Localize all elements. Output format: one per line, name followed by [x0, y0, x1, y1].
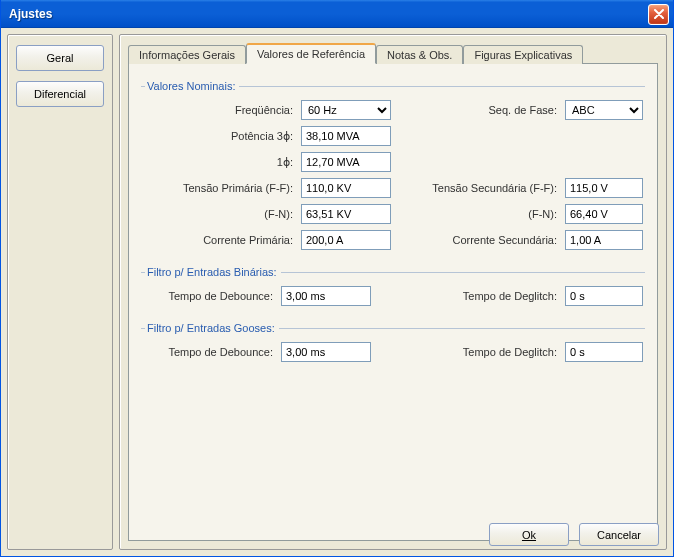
tab-notas-obs[interactable]: Notas & Obs.: [376, 45, 463, 64]
input-tensao-secundaria-fn[interactable]: [565, 204, 643, 224]
cancel-button[interactable]: Cancelar: [579, 523, 659, 546]
input-tensao-primaria-fn[interactable]: [301, 204, 391, 224]
close-button[interactable]: [648, 4, 669, 25]
input-potencia-3f[interactable]: [301, 126, 391, 146]
label-tensao-secundaria-fn: (F-N):: [407, 208, 557, 220]
label-tensao-primaria-ff: Tensão Primária (F-F):: [143, 182, 293, 194]
close-icon: [654, 9, 664, 19]
titlebar: Ajustes: [1, 0, 673, 28]
label-potencia-3f: Potência 3ϕ:: [143, 130, 293, 143]
tab-figuras-explicativas[interactable]: Figuras Explicativas: [463, 45, 583, 64]
label-tensao-primaria-fn: (F-N):: [143, 208, 293, 220]
label-bin-debounce: Tempo de Debounce:: [143, 290, 273, 302]
dialog-window: Ajustes Geral Diferencial Informações Ge…: [0, 0, 674, 557]
label-corrente-secundaria: Corrente Secundária:: [407, 234, 557, 246]
input-goose-debounce[interactable]: [281, 342, 371, 362]
label-corrente-primaria: Corrente Primária:: [143, 234, 293, 246]
combo-frequencia[interactable]: 60 Hz: [301, 100, 391, 120]
group-valores-nominais-legend: Valores Nominais:: [145, 80, 239, 92]
nav-geral-button[interactable]: Geral: [16, 45, 104, 71]
tab-valores-referencia[interactable]: Valores de Referência: [246, 43, 376, 64]
combo-seq-fase[interactable]: ABC: [565, 100, 643, 120]
dialog-button-bar: Ok Cancelar: [489, 523, 659, 546]
input-goose-deglitch[interactable]: [565, 342, 643, 362]
input-tensao-primaria-ff[interactable]: [301, 178, 391, 198]
window-title: Ajustes: [9, 7, 648, 21]
ok-button[interactable]: Ok: [489, 523, 569, 546]
input-bin-debounce[interactable]: [281, 286, 371, 306]
nav-panel: Geral Diferencial: [7, 34, 113, 550]
input-corrente-primaria[interactable]: [301, 230, 391, 250]
label-goose-debounce: Tempo de Debounce:: [143, 346, 273, 358]
label-bin-deglitch: Tempo de Deglitch:: [427, 290, 557, 302]
group-valores-nominais: Valores Nominais: Freqüência: 60 Hz Seq.…: [141, 80, 645, 256]
label-goose-deglitch: Tempo de Deglitch:: [427, 346, 557, 358]
input-potencia-1f[interactable]: [301, 152, 391, 172]
client-area: Geral Diferencial Informações Gerais Val…: [1, 28, 673, 556]
group-filtro-gooses-legend: Filtro p/ Entradas Gooses:: [145, 322, 279, 334]
group-filtro-binarias: Filtro p/ Entradas Binárias: Tempo de De…: [141, 266, 645, 312]
label-seq-fase: Seq. de Fase:: [407, 104, 557, 116]
input-bin-deglitch[interactable]: [565, 286, 643, 306]
input-tensao-secundaria-ff[interactable]: [565, 178, 643, 198]
nav-diferencial-button[interactable]: Diferencial: [16, 81, 104, 107]
group-filtro-gooses: Filtro p/ Entradas Gooses: Tempo de Debo…: [141, 322, 645, 368]
label-tensao-secundaria-ff: Tensão Secundária (F-F):: [407, 182, 557, 194]
tab-body: Valores Nominais: Freqüência: 60 Hz Seq.…: [128, 63, 658, 541]
label-potencia-1f: 1ϕ:: [143, 156, 293, 169]
input-corrente-secundaria[interactable]: [565, 230, 643, 250]
label-frequencia: Freqüência:: [143, 104, 293, 116]
tabs-strip: Informações Gerais Valores de Referência…: [128, 41, 658, 63]
main-panel: Informações Gerais Valores de Referência…: [119, 34, 667, 550]
group-filtro-binarias-legend: Filtro p/ Entradas Binárias:: [145, 266, 281, 278]
tab-informacoes-gerais[interactable]: Informações Gerais: [128, 45, 246, 64]
